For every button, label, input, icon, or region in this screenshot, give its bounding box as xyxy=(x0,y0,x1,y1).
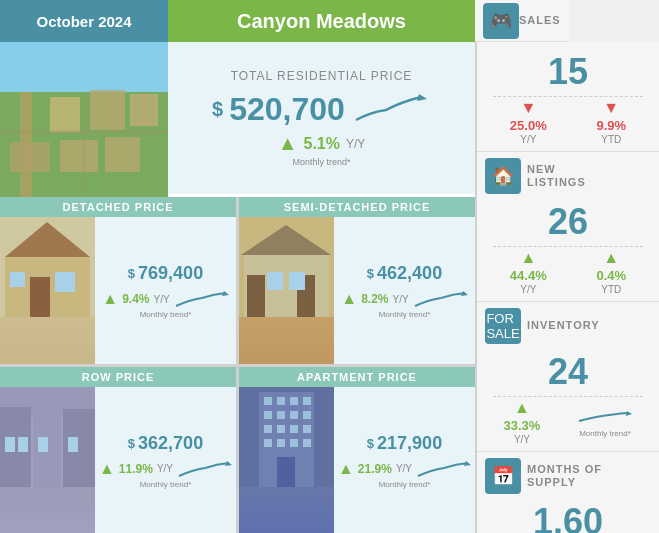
apartment-card: APARTMENT PRICE xyxy=(239,367,475,534)
months-supply-number: 1.60 xyxy=(485,504,651,533)
date-header: October 2024 xyxy=(0,0,168,42)
svg-rect-45 xyxy=(290,411,298,419)
semi-bottom: 8.2% Y/Y xyxy=(341,288,467,310)
detached-yy: Y/Y xyxy=(154,294,170,305)
sales-sub2-label: YTD xyxy=(601,134,621,145)
right-panel: 15 25.0% Y/Y 9.9% YTD 🏠 xyxy=(475,42,659,533)
total-yy-label: Y/Y xyxy=(346,137,365,151)
divider2 xyxy=(493,246,643,247)
svg-rect-25 xyxy=(289,272,305,290)
sales-header-label: SALES xyxy=(519,14,561,27)
semi-yy: Y/Y xyxy=(393,294,409,305)
apartment-bottom: 21.9% Y/Y xyxy=(338,458,471,480)
detached-price-row: $ 769,400 xyxy=(128,263,203,284)
total-yy-row: ▲ 5.1% Y/Y xyxy=(278,132,366,155)
inventory-trend-svg xyxy=(577,406,632,428)
total-yy-pct: 5.1% xyxy=(303,135,339,153)
svg-rect-7 xyxy=(60,140,98,172)
svg-rect-17 xyxy=(10,272,25,287)
svg-marker-18 xyxy=(222,291,229,296)
sales-yy-sub: 25.0% Y/Y xyxy=(510,99,547,145)
svg-rect-50 xyxy=(303,425,311,433)
apartment-pct: 21.9% xyxy=(358,462,392,476)
semi-detached-title: SEMI-DETACHED PRICE xyxy=(239,197,475,217)
detached-arrow xyxy=(102,290,118,308)
inventory-yy-sub: 33.3% Y/Y xyxy=(504,399,541,445)
svg-rect-15 xyxy=(30,277,50,317)
months-supply-number-section: 1.60 xyxy=(485,498,651,533)
new-listings-header: 🏠 NEW LISTINGS xyxy=(485,158,651,194)
svg-marker-56 xyxy=(464,461,471,466)
main-content: TOTAL RESIDENTIAL PRICE $ 520,700 ▲ 5.1%… xyxy=(0,42,659,533)
listings-sub1-pct: 44.4% xyxy=(510,268,547,283)
svg-rect-8 xyxy=(105,137,140,172)
sales-down2 xyxy=(603,99,619,117)
apartment-price-row: $ 217,900 xyxy=(367,433,442,454)
months-supply-label: MONTHS OF SUPPLY xyxy=(527,463,602,489)
svg-rect-43 xyxy=(264,411,272,419)
inventory-label: INVENTORY xyxy=(527,319,600,332)
svg-rect-42 xyxy=(303,397,311,405)
row-info: $ 362,700 11.9% Y/Y Monthly xyxy=(95,387,236,534)
row-bottom: 11.9% Y/Y xyxy=(99,458,232,480)
months-supply-icon: 📅 xyxy=(485,458,521,494)
apartment-body: $ 217,900 21.9% Y/Y Monthly xyxy=(239,387,475,534)
detached-pct: 9.4% xyxy=(122,292,149,306)
row-monthly: Monthly trend* xyxy=(140,480,192,489)
new-listings-number-section: 26 xyxy=(485,198,651,244)
listings-yy-sub: 44.4% Y/Y xyxy=(510,249,547,295)
inventory-stat-row: 33.3% Y/Y Monthly trend* xyxy=(485,399,651,445)
months-supply-header: 📅 MONTHS OF SUPPLY xyxy=(485,458,651,494)
inventory-number: 24 xyxy=(485,354,651,390)
sales-number-section: 15 xyxy=(485,48,651,94)
row-image xyxy=(0,387,95,534)
detached-trend xyxy=(174,288,229,310)
semi-info: $ 462,400 8.2% Y/Y Monthly t xyxy=(334,217,475,364)
inventory-sub1-label: Y/Y xyxy=(514,434,530,445)
total-price-row: $ 520,700 xyxy=(212,91,431,128)
total-dollar: $ xyxy=(212,98,223,121)
total-residential-info: TOTAL RESIDENTIAL PRICE $ 520,700 ▲ 5.1%… xyxy=(168,42,475,194)
svg-rect-16 xyxy=(55,272,75,292)
inventory-monthly: Monthly trend* xyxy=(579,429,631,438)
total-residential-section: TOTAL RESIDENTIAL PRICE $ 520,700 ▲ 5.1%… xyxy=(0,42,475,197)
svg-rect-32 xyxy=(5,437,15,452)
sales-stat-row: 25.0% Y/Y 9.9% YTD xyxy=(485,99,651,145)
svg-rect-49 xyxy=(290,425,298,433)
svg-rect-34 xyxy=(38,437,48,452)
header: October 2024 Canyon Meadows 🎮 SALES xyxy=(0,0,659,42)
apartment-arrow xyxy=(338,460,354,478)
svg-rect-52 xyxy=(277,439,285,447)
svg-rect-31 xyxy=(63,409,95,487)
new-listings-stat-row: 44.4% Y/Y 0.4% YTD xyxy=(485,249,651,295)
svg-rect-4 xyxy=(90,90,125,130)
sales-header: 🎮 SALES xyxy=(475,0,569,42)
sales-sub2-pct: 9.9% xyxy=(596,118,626,133)
detached-monthly: Monthly trend* xyxy=(140,310,192,319)
sales-down1 xyxy=(520,99,536,117)
total-monthly-trend: Monthly trend* xyxy=(292,157,350,167)
svg-rect-5 xyxy=(130,94,158,126)
semi-price-row: $ 462,400 xyxy=(367,263,442,284)
svg-rect-22 xyxy=(247,275,265,317)
svg-rect-44 xyxy=(277,411,285,419)
semi-price: 462,400 xyxy=(377,263,442,284)
listings-sub2-label: YTD xyxy=(601,284,621,295)
total-up-arrow: ▲ xyxy=(278,132,298,155)
svg-rect-6 xyxy=(10,142,50,172)
row-yy: Y/Y xyxy=(157,463,173,474)
new-listings-number: 26 xyxy=(485,204,651,240)
row-body: $ 362,700 11.9% Y/Y Monthly xyxy=(0,387,236,534)
apartment-image xyxy=(239,387,334,534)
row-arrow xyxy=(99,460,115,478)
svg-rect-3 xyxy=(50,97,80,132)
detached-image xyxy=(0,217,95,364)
detached-bottom: 9.4% Y/Y xyxy=(102,288,228,310)
new-listings-icon: 🏠 xyxy=(485,158,521,194)
svg-rect-39 xyxy=(264,397,272,405)
community-label: Canyon Meadows xyxy=(237,10,406,33)
svg-rect-35 xyxy=(68,437,78,452)
semi-arrow xyxy=(341,290,357,308)
listings-up2 xyxy=(603,249,619,267)
listings-ytd-sub: 0.4% YTD xyxy=(596,249,626,295)
